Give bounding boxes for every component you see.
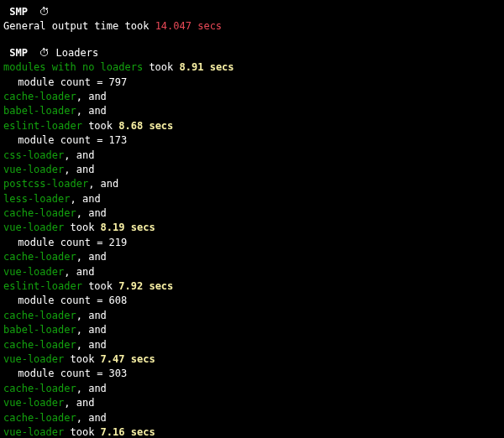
loader-line: cache-loader, and	[3, 411, 501, 425]
loader-line: eslint-loader took 8.68 secs	[3, 119, 501, 133]
loader-time: 8.68 secs	[118, 120, 173, 132]
loader-name: eslint-loader	[3, 120, 82, 132]
loader-time: 7.92 secs	[118, 280, 173, 292]
loader-line: less-loader, and	[3, 192, 501, 206]
loader-name: cache-loader	[3, 310, 76, 321]
loader-name: postcss-loader	[3, 178, 88, 190]
and-text: , and	[76, 383, 107, 394]
smp-badge: SMP	[9, 6, 28, 18]
loader-line: vue-loader took 8.19 secs	[3, 221, 501, 235]
loader-name: vue-loader	[3, 222, 64, 233]
loader-name: vue-loader	[3, 397, 64, 409]
stopwatch-icon: ⏱	[39, 46, 50, 60]
and-text: , and	[76, 339, 107, 351]
and-text: , and	[76, 105, 107, 117]
loader-line: cache-loader, and	[3, 338, 501, 352]
loader-name: vue-loader	[3, 426, 64, 438]
and-text: , and	[64, 266, 94, 278]
loader-name: vue-loader	[3, 266, 64, 278]
and-text: , and	[76, 324, 107, 336]
and-text: , and	[76, 412, 107, 424]
loader-name: cache-loader	[3, 339, 76, 351]
general-output-time: 14.047 secs	[155, 20, 222, 32]
terminal-output: SMP ⏱ General output time took 14.047 se…	[3, 5, 501, 438]
took-text: took	[64, 426, 100, 438]
smp-header: SMP ⏱	[3, 5, 501, 19]
loader-line: css-loader, and	[3, 149, 501, 163]
loader-line: cache-loader, and	[3, 382, 501, 396]
loader-line: babel-loader, and	[3, 104, 501, 118]
loader-name: babel-loader	[3, 324, 76, 336]
module-count: module count = 303	[3, 367, 501, 381]
loaders-section-header: SMP ⏱ Loaders	[3, 46, 501, 60]
loader-line: babel-loader, and	[3, 323, 501, 337]
loader-time: 7.47 secs	[101, 353, 155, 365]
loader-line: cache-loader, and	[3, 206, 501, 221]
loader-line: cache-loader, and	[3, 90, 501, 104]
loader-name: cache-loader	[3, 251, 76, 263]
loader-line: vue-loader, and	[3, 396, 501, 410]
loader-line: cache-loader, and	[3, 250, 501, 264]
loader-line: postcss-loader, and	[3, 177, 501, 191]
module-count: module count = 608	[3, 294, 501, 308]
loader-name: cache-loader	[3, 412, 76, 424]
loader-name: vue-loader	[3, 164, 64, 175]
loader-name: css-loader	[3, 149, 64, 161]
loaders-title: Loaders	[50, 47, 98, 59]
loader-line: modules with no loaders took 8.91 secs	[3, 60, 501, 75]
module-count: module count = 797	[3, 76, 501, 90]
and-text: , and	[70, 193, 100, 205]
took-text: took	[143, 61, 179, 73]
and-text: , and	[64, 164, 94, 175]
took-text: took	[64, 222, 100, 233]
loader-name: babel-loader	[3, 105, 76, 117]
and-text: , and	[76, 91, 107, 102]
loader-time: 8.19 secs	[101, 222, 155, 233]
loader-name: vue-loader	[3, 353, 64, 365]
general-output-label: General output time took	[3, 20, 155, 32]
took-text: took	[82, 280, 118, 292]
loader-groups: modules with no loaders took 8.91 secs m…	[3, 60, 501, 438]
module-count: module count = 219	[3, 236, 501, 250]
and-text: , and	[88, 178, 118, 190]
general-output-line: General output time took 14.047 secs	[3, 19, 501, 34]
and-text: , and	[76, 310, 107, 321]
loader-time: 8.91 secs	[180, 61, 234, 73]
stopwatch-icon: ⏱	[39, 5, 50, 19]
smp-badge: SMP	[9, 47, 28, 59]
loader-line: vue-loader, and	[3, 265, 501, 279]
module-count: module count = 173	[3, 133, 501, 148]
took-text: took	[64, 353, 100, 365]
loader-line: vue-loader took 7.47 secs	[3, 352, 501, 367]
loader-line: vue-loader took 7.16 secs	[3, 425, 501, 438]
loader-name: modules with no loaders	[3, 61, 143, 73]
and-text: , and	[76, 251, 107, 263]
loader-name: cache-loader	[3, 207, 76, 219]
loader-line: cache-loader, and	[3, 309, 501, 323]
loaders-section: SMP ⏱ Loaders modules with no loaders to…	[3, 46, 501, 438]
loader-name: cache-loader	[3, 383, 76, 394]
loader-line: vue-loader, and	[3, 163, 501, 177]
loader-line: eslint-loader took 7.92 secs	[3, 279, 501, 294]
and-text: , and	[64, 149, 94, 161]
loader-name: eslint-loader	[3, 280, 82, 292]
loader-name: cache-loader	[3, 91, 76, 102]
took-text: took	[82, 120, 118, 132]
and-text: , and	[64, 397, 94, 409]
loader-time: 7.16 secs	[101, 426, 155, 438]
and-text: , and	[76, 207, 107, 219]
loader-name: less-loader	[3, 193, 70, 205]
